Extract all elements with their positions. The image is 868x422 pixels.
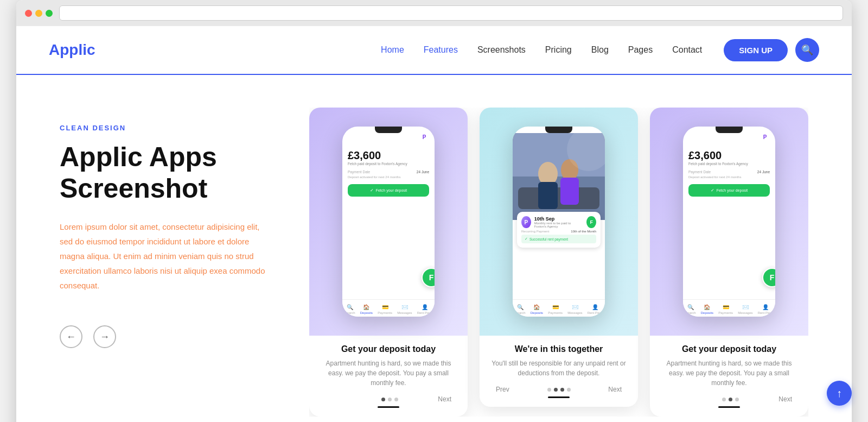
phone-3-dots: [722, 398, 739, 401]
nav-link-pages[interactable]: Pages: [628, 45, 653, 54]
phone-1-next-btn[interactable]: Next: [438, 395, 451, 403]
phone-1-amount: £3,600: [348, 149, 429, 162]
phone-3-deposit-note: Deposit activated for next 24 months: [688, 175, 770, 179]
nav-link-contact[interactable]: Contact: [672, 45, 702, 54]
dot-2-3[interactable]: [560, 388, 564, 392]
phone-2-prev-btn[interactable]: Prev: [496, 386, 509, 393]
phone-1-nav-payments: 💳 Payments: [378, 304, 392, 314]
dot-green[interactable]: [46, 10, 53, 17]
hero-description: Lorem ipsum dolor sit amet, consectetur …: [60, 219, 266, 293]
phone-1-bottom-nav: 🔍 Search 🏠 Deposits 💳 Payments: [342, 299, 435, 317]
phone-2-recurring-label: Recurring Payment: [521, 230, 549, 233]
phone-2-card-desc: You'll still be responsible for any unpa…: [490, 358, 627, 378]
prev-arrow-button[interactable]: ←: [60, 325, 82, 348]
phone-1-content: £3,600 Fetch paid deposit to Foxton's Ag…: [342, 133, 435, 224]
phone-1-bottom-bar: [378, 406, 399, 408]
search-icon: 🔍: [801, 44, 813, 56]
nav-link-features[interactable]: Features: [424, 45, 458, 54]
dot-3-2[interactable]: [729, 398, 732, 401]
phone-1-nav-deposits: 🏠 Deposits: [360, 304, 373, 314]
phone-1-deposit-note: Deposit activated for next 24 months: [348, 175, 429, 179]
nav-link-screenshots[interactable]: Screenshots: [477, 45, 526, 54]
navbar: Applic Home Features Screenshots Pricing…: [16, 26, 852, 75]
dot-1-3[interactable]: [394, 398, 398, 401]
nav-link-home[interactable]: Home: [381, 45, 404, 54]
phone-mockup-2: P 10th Sep Monthly rent to be paid to Fo…: [513, 127, 605, 317]
phone-1-cta[interactable]: ✓ Fetch your deposit: [348, 184, 429, 197]
next-arrow-icon: →: [100, 331, 110, 343]
phone-1-dots: [381, 398, 398, 401]
phone-2-card-panel: P 10th Sep Monthly rent to be paid to Fo…: [517, 212, 601, 248]
phone-2-nav-deposits: 🏠 Deposits: [531, 304, 543, 314]
phone-2-nav-messages: ✉️ Messages: [567, 304, 582, 314]
phone-3-amount-sub: Fetch paid deposit to Foxton's Agency: [688, 162, 770, 166]
section-tag: CLEAN DESIGN: [60, 124, 288, 132]
address-bar[interactable]: [59, 5, 843, 21]
svg-rect-6: [560, 178, 579, 205]
phone-3-nav-messages: ✉️ Messages: [738, 304, 752, 314]
phone-3-cta[interactable]: ✓ Fetch your deposit: [688, 184, 770, 197]
dot-3-1[interactable]: [722, 398, 726, 401]
browser-dots: [25, 10, 53, 17]
phone-2-date: 10th Sep: [534, 216, 584, 222]
phone-3-nav-deposits: 🏠 Deposits: [701, 304, 713, 314]
phone-2-badge-f: F: [586, 216, 596, 228]
phone-notch-3: [716, 127, 743, 133]
arrow-controls: ← →: [60, 325, 288, 348]
phone-3-card-title: Get your deposit today: [661, 344, 797, 354]
phone-2-nav-payments: 💳 Payments: [548, 304, 563, 314]
phone-3-card-body: Get your deposit today Apartment hunting…: [650, 336, 808, 417]
dot-1-1[interactable]: [381, 398, 385, 401]
hero-section: CLEAN DESIGN Applic Apps Screenshot Lore…: [16, 75, 852, 422]
phone-3-date-value: 24 June: [757, 170, 770, 174]
nav-link-blog[interactable]: Blog: [591, 45, 609, 54]
phone-1-card-title: Get your deposit today: [320, 344, 457, 354]
dot-yellow[interactable]: [35, 10, 42, 17]
mini-logo-1: P: [418, 131, 430, 143]
phone-2-date-sub: Monthly rent to be paid to Foxton's Agen…: [534, 222, 584, 228]
phone-1-card-body: Get your deposit today Apartment hunting…: [309, 336, 468, 417]
phone-2-success: ✓ Successful rent payment: [521, 235, 596, 243]
phone-1-nav-rentpass: 👤 Rent Pass: [417, 304, 432, 314]
phone-3-amount: £3,600: [688, 149, 770, 162]
dot-2-4[interactable]: [567, 388, 571, 392]
phone-card-3: P £3,600 Fetch paid deposit to Foxton's …: [650, 108, 808, 417]
phone-2-avatar: P: [521, 216, 531, 228]
browser-toolbar: [16, 0, 852, 26]
signup-button[interactable]: SIGN UP: [724, 39, 788, 61]
phone-2-nav-rentpass: 👤 Rent Pass: [588, 304, 603, 314]
phone-notch-1: [375, 127, 402, 133]
mini-logo-3: P: [759, 131, 771, 143]
phone-1-badge: F: [422, 268, 435, 287]
phone-card-1: P £3,600 Fetch paid deposit to Foxton's …: [309, 108, 468, 417]
dot-1-2[interactable]: [388, 398, 392, 401]
nav-links: Home Features Screenshots Pricing Blog P…: [381, 45, 702, 55]
phone-3-next-btn[interactable]: Next: [778, 395, 792, 403]
logo[interactable]: Applic: [49, 41, 95, 59]
nav-link-pricing[interactable]: Pricing: [545, 45, 572, 54]
phone-2-nav-search: 🔍 Search: [515, 304, 526, 314]
dot-red[interactable]: [25, 10, 32, 17]
phone-1-card-desc: Apartment hunting is hard, so we made th…: [320, 358, 457, 388]
phone-2-dots-nav: Prev Next: [490, 386, 627, 393]
phone-1-nav-messages: ✉️ Messages: [397, 304, 412, 314]
dot-3-3[interactable]: [735, 398, 739, 401]
phone-2-image: [513, 133, 605, 220]
next-arrow-button[interactable]: →: [93, 325, 116, 348]
search-button[interactable]: 🔍: [795, 38, 819, 62]
phone-3-content: £3,600 Fetch paid deposit to Foxton's Ag…: [683, 133, 775, 224]
dot-2-1[interactable]: [547, 388, 551, 392]
phone-1-amount-sub: Fetch paid deposit to Foxton's Agency: [348, 162, 429, 166]
phone-3-card-desc: Apartment hunting is hard, so we made th…: [661, 358, 797, 388]
phone-2-next-btn[interactable]: Next: [608, 386, 622, 393]
phone-screen-3: P £3,600 Fetch paid deposit to Foxton's …: [650, 108, 808, 336]
hero-text: CLEAN DESIGN Applic Apps Screenshot Lore…: [60, 108, 288, 348]
page-content: Applic Home Features Screenshots Pricing…: [16, 26, 852, 422]
scroll-top-button[interactable]: ↑: [827, 381, 852, 406]
phone-1-nav-search: 🔍 Search: [345, 304, 355, 314]
browser-window: Applic Home Features Screenshots Pricing…: [16, 0, 852, 422]
dot-2-2[interactable]: [554, 388, 558, 392]
svg-rect-2: [518, 187, 599, 209]
phone-3-bottom-bar: [718, 406, 740, 408]
scroll-top-icon: ↑: [837, 387, 842, 400]
